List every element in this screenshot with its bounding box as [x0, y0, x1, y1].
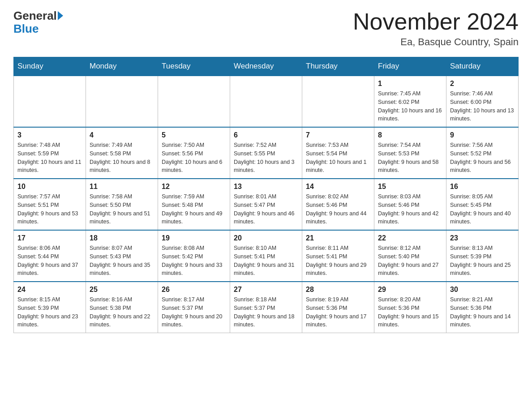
calendar-cell: 19Sunrise: 8:08 AMSunset: 5:42 PMDayligh…: [158, 230, 230, 282]
day-number: 23: [450, 234, 515, 242]
day-info: Sunrise: 8:13 AMSunset: 5:39 PMDaylight:…: [450, 244, 515, 278]
week-row-3: 10Sunrise: 7:57 AMSunset: 5:51 PMDayligh…: [14, 179, 519, 230]
month-title: November 2024: [353, 9, 519, 34]
day-info: Sunrise: 7:58 AMSunset: 5:50 PMDaylight:…: [90, 193, 154, 226]
day-number: 5: [162, 131, 226, 139]
calendar-cell: 23Sunrise: 8:13 AMSunset: 5:39 PMDayligh…: [446, 230, 519, 282]
day-number: 19: [162, 234, 226, 242]
calendar-cell: [14, 76, 86, 127]
day-number: 15: [378, 183, 442, 191]
day-number: 28: [306, 286, 370, 294]
logo-arrow-icon: [58, 11, 63, 20]
day-number: 7: [306, 131, 370, 139]
week-row-2: 3Sunrise: 7:48 AMSunset: 5:59 PMDaylight…: [14, 127, 519, 179]
calendar-cell: 4Sunrise: 7:49 AMSunset: 5:58 PMDaylight…: [86, 127, 158, 179]
day-number: 25: [90, 286, 154, 294]
day-info: Sunrise: 7:50 AMSunset: 5:56 PMDaylight:…: [162, 141, 226, 175]
calendar-table: SundayMondayTuesdayWednesdayThursdayFrid…: [13, 57, 519, 333]
logo-general-text: General: [13, 9, 63, 23]
day-info: Sunrise: 7:53 AMSunset: 5:54 PMDaylight:…: [306, 141, 370, 175]
day-number: 27: [234, 286, 298, 294]
day-info: Sunrise: 8:21 AMSunset: 5:36 PMDaylight:…: [450, 295, 515, 329]
day-info: Sunrise: 7:52 AMSunset: 5:55 PMDaylight:…: [234, 141, 298, 175]
day-number: 30: [450, 286, 515, 294]
page-header: General Blue November 2024 Ea, Basque Co…: [13, 9, 519, 48]
calendar-cell: 30Sunrise: 8:21 AMSunset: 5:36 PMDayligh…: [446, 282, 519, 333]
calendar-cell: [302, 76, 374, 127]
day-number: 24: [17, 286, 82, 294]
day-header-thursday: Thursday: [302, 57, 374, 76]
calendar-cell: 6Sunrise: 7:52 AMSunset: 5:55 PMDaylight…: [230, 127, 302, 179]
day-info: Sunrise: 8:16 AMSunset: 5:38 PMDaylight:…: [90, 295, 154, 329]
day-info: Sunrise: 7:59 AMSunset: 5:48 PMDaylight:…: [162, 193, 226, 226]
day-info: Sunrise: 7:45 AMSunset: 6:02 PMDaylight:…: [378, 90, 442, 123]
calendar-cell: 22Sunrise: 8:12 AMSunset: 5:40 PMDayligh…: [374, 230, 446, 282]
calendar-cell: 11Sunrise: 7:58 AMSunset: 5:50 PMDayligh…: [86, 179, 158, 230]
day-info: Sunrise: 7:54 AMSunset: 5:53 PMDaylight:…: [378, 141, 442, 175]
day-info: Sunrise: 8:10 AMSunset: 5:41 PMDaylight:…: [234, 244, 298, 278]
calendar-cell: 27Sunrise: 8:18 AMSunset: 5:37 PMDayligh…: [230, 282, 302, 333]
day-info: Sunrise: 7:57 AMSunset: 5:51 PMDaylight:…: [17, 193, 82, 226]
logo-general-label: General: [13, 9, 57, 23]
calendar-cell: 5Sunrise: 7:50 AMSunset: 5:56 PMDaylight…: [158, 127, 230, 179]
week-row-1: 1Sunrise: 7:45 AMSunset: 6:02 PMDaylight…: [14, 76, 519, 127]
calendar-cell: 21Sunrise: 8:11 AMSunset: 5:41 PMDayligh…: [302, 230, 374, 282]
calendar-cell: 7Sunrise: 7:53 AMSunset: 5:54 PMDaylight…: [302, 127, 374, 179]
calendar-cell: 1Sunrise: 7:45 AMSunset: 6:02 PMDaylight…: [374, 76, 446, 127]
calendar-cell: 26Sunrise: 8:17 AMSunset: 5:37 PMDayligh…: [158, 282, 230, 333]
calendar-cell: 20Sunrise: 8:10 AMSunset: 5:41 PMDayligh…: [230, 230, 302, 282]
day-number: 29: [378, 286, 442, 294]
day-number: 20: [234, 234, 298, 242]
day-number: 22: [378, 234, 442, 242]
calendar-cell: 9Sunrise: 7:56 AMSunset: 5:52 PMDaylight…: [446, 127, 519, 179]
day-number: 1: [378, 80, 442, 88]
day-number: 14: [306, 183, 370, 191]
logo: General Blue: [13, 9, 63, 36]
calendar-cell: 12Sunrise: 7:59 AMSunset: 5:48 PMDayligh…: [158, 179, 230, 230]
calendar-cell: 8Sunrise: 7:54 AMSunset: 5:53 PMDaylight…: [374, 127, 446, 179]
day-info: Sunrise: 8:01 AMSunset: 5:47 PMDaylight:…: [234, 193, 298, 226]
day-info: Sunrise: 8:08 AMSunset: 5:42 PMDaylight:…: [162, 244, 226, 278]
day-number: 21: [306, 234, 370, 242]
day-info: Sunrise: 8:19 AMSunset: 5:36 PMDaylight:…: [306, 295, 370, 329]
calendar-cell: 15Sunrise: 8:03 AMSunset: 5:46 PMDayligh…: [374, 179, 446, 230]
calendar-cell: 2Sunrise: 7:46 AMSunset: 6:00 PMDaylight…: [446, 76, 519, 127]
week-row-4: 17Sunrise: 8:06 AMSunset: 5:44 PMDayligh…: [14, 230, 519, 282]
day-info: Sunrise: 7:56 AMSunset: 5:52 PMDaylight:…: [450, 141, 515, 175]
day-info: Sunrise: 8:12 AMSunset: 5:40 PMDaylight:…: [378, 244, 442, 278]
day-header-saturday: Saturday: [446, 57, 519, 76]
day-header-monday: Monday: [86, 57, 158, 76]
calendar-cell: 10Sunrise: 7:57 AMSunset: 5:51 PMDayligh…: [14, 179, 86, 230]
day-number: 9: [450, 131, 515, 139]
calendar-cell: 25Sunrise: 8:16 AMSunset: 5:38 PMDayligh…: [86, 282, 158, 333]
calendar-cell: [158, 76, 230, 127]
day-info: Sunrise: 8:15 AMSunset: 5:39 PMDaylight:…: [17, 295, 82, 329]
day-info: Sunrise: 8:11 AMSunset: 5:41 PMDaylight:…: [306, 244, 370, 278]
days-header-row: SundayMondayTuesdayWednesdayThursdayFrid…: [14, 57, 519, 76]
calendar-cell: 29Sunrise: 8:20 AMSunset: 5:36 PMDayligh…: [374, 282, 446, 333]
day-info: Sunrise: 8:03 AMSunset: 5:46 PMDaylight:…: [378, 193, 442, 226]
calendar-cell: 17Sunrise: 8:06 AMSunset: 5:44 PMDayligh…: [14, 230, 86, 282]
day-number: 17: [17, 234, 82, 242]
day-number: 8: [378, 131, 442, 139]
calendar-cell: [86, 76, 158, 127]
day-info: Sunrise: 8:06 AMSunset: 5:44 PMDaylight:…: [17, 244, 82, 278]
day-info: Sunrise: 8:20 AMSunset: 5:36 PMDaylight:…: [378, 295, 442, 329]
day-number: 26: [162, 286, 226, 294]
calendar-cell: 24Sunrise: 8:15 AMSunset: 5:39 PMDayligh…: [14, 282, 86, 333]
day-number: 2: [450, 80, 515, 88]
location: Ea, Basque Country, Spain: [353, 36, 519, 48]
day-number: 3: [17, 131, 82, 139]
title-section: November 2024 Ea, Basque Country, Spain: [353, 9, 519, 48]
day-info: Sunrise: 8:05 AMSunset: 5:45 PMDaylight:…: [450, 193, 515, 226]
day-number: 16: [450, 183, 515, 191]
day-number: 12: [162, 183, 226, 191]
calendar-cell: 3Sunrise: 7:48 AMSunset: 5:59 PMDaylight…: [14, 127, 86, 179]
day-info: Sunrise: 8:07 AMSunset: 5:43 PMDaylight:…: [90, 244, 154, 278]
day-number: 10: [17, 183, 82, 191]
day-header-tuesday: Tuesday: [158, 57, 230, 76]
day-info: Sunrise: 7:49 AMSunset: 5:58 PMDaylight:…: [90, 141, 154, 175]
calendar-cell: 16Sunrise: 8:05 AMSunset: 5:45 PMDayligh…: [446, 179, 519, 230]
calendar-cell: 18Sunrise: 8:07 AMSunset: 5:43 PMDayligh…: [86, 230, 158, 282]
logo-blue-row: Blue: [13, 22, 39, 36]
